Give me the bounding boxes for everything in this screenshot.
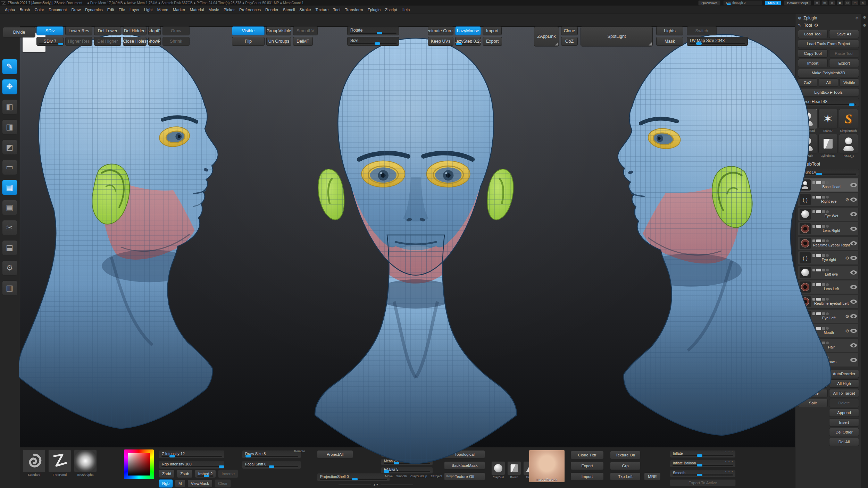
- divide-button[interactable]: Divide: [3, 27, 35, 37]
- projection-slider[interactable]: PA Blur 5: [381, 467, 433, 474]
- paint-mode-button[interactable]: Rgb: [159, 479, 173, 488]
- visibility-eye-icon[interactable]: [850, 300, 857, 304]
- intensity-slider[interactable]: Z Intensity 12: [159, 450, 225, 458]
- model-head-left-profile[interactable]: [17, 27, 225, 433]
- menu-item[interactable]: Help: [402, 8, 410, 12]
- visibility-button[interactable]: Visible: [232, 26, 265, 35]
- menu-item[interactable]: Tool: [333, 8, 340, 12]
- model-head-front[interactable]: [300, 28, 531, 468]
- visibility-button[interactable]: DelMT: [293, 37, 313, 46]
- lights-button[interactable]: Lights: [656, 26, 683, 35]
- subtool-action-button[interactable]: Delete: [829, 399, 859, 407]
- menu-item[interactable]: Layer: [130, 8, 140, 12]
- menu-item[interactable]: Light: [144, 8, 153, 12]
- export-disabled-button[interactable]: Export To Active: [670, 479, 736, 486]
- window-icon[interactable]: ✕: [860, 0, 866, 5]
- texture-button[interactable]: Clone Txtr: [570, 451, 604, 459]
- texture-button[interactable]: Texture On: [610, 451, 641, 459]
- menu-item[interactable]: Draw: [71, 8, 81, 12]
- shelf-divider-handle[interactable]: ▲▼: [339, 483, 413, 486]
- left-tool-icon[interactable]: ✥: [2, 79, 17, 94]
- left-tool-icon[interactable]: ◧: [2, 99, 17, 115]
- menu-item[interactable]: Texture: [316, 8, 329, 12]
- clone-button[interactable]: Clone: [561, 26, 578, 35]
- left-tool-icon[interactable]: ⚙: [2, 260, 17, 276]
- left-tool-icon[interactable]: ◩: [2, 140, 17, 155]
- menu-item[interactable]: Stroke: [299, 8, 311, 12]
- texture-button[interactable]: Txp Left: [610, 472, 641, 481]
- gear-icon[interactable]: ⚙: [845, 314, 849, 319]
- see-through-slider[interactable]: See-through 0: [723, 0, 762, 6]
- visibility-eye-icon[interactable]: [850, 241, 857, 245]
- geometry-button[interactable]: Higher Res: [65, 37, 92, 46]
- left-tool-icon[interactable]: ✂: [2, 220, 17, 235]
- visibility-eye-icon[interactable]: [850, 227, 857, 231]
- geometry-button[interactable]: ShowPt: [148, 37, 161, 46]
- menus-toggle[interactable]: Menus: [765, 0, 781, 6]
- tool-button[interactable]: Save As: [829, 30, 859, 38]
- intensity-slider[interactable]: Rgb Intensity 100: [159, 461, 225, 469]
- left-tool-icon[interactable]: ▦: [2, 180, 17, 195]
- tool-button[interactable]: Export: [829, 59, 859, 67]
- menu-item[interactable]: Edit: [107, 8, 114, 12]
- deformation-slider[interactable]: Smooth• • •: [670, 470, 736, 477]
- shelf-slider[interactable]: Size: [347, 37, 399, 46]
- mask-button[interactable]: Mask: [656, 37, 683, 46]
- menu-item[interactable]: Dynamics: [85, 8, 102, 12]
- subtool-action-button[interactable]: All To Target: [829, 389, 859, 397]
- visibility-eye-icon[interactable]: [850, 212, 857, 216]
- menu-item[interactable]: Macro: [157, 8, 168, 12]
- menu-item[interactable]: Brush: [19, 8, 30, 12]
- stroke-selector[interactable]: FreeHand: [48, 449, 71, 477]
- gear-icon[interactable]: ⚙: [845, 328, 849, 334]
- geometry-button[interactable]: Close Holes: [123, 37, 147, 46]
- texture-button[interactable]: Export: [570, 462, 604, 470]
- zplugin-tab[interactable]: Zplugin: [803, 16, 817, 20]
- menu-item[interactable]: Zplugin: [367, 8, 381, 12]
- default-zscript-button[interactable]: DefaultZScript: [784, 0, 811, 6]
- subtool-action-button[interactable]: Append: [829, 409, 859, 417]
- brush-selector[interactable]: Standard: [23, 449, 45, 477]
- zapplink-button[interactable]: ZAppLink: [534, 26, 559, 47]
- paint-mode-button[interactable]: Clear: [215, 479, 231, 488]
- menu-item[interactable]: Material: [190, 8, 204, 12]
- geometry-button[interactable]: Del Hidden: [123, 26, 147, 35]
- menu-item[interactable]: Marker: [173, 8, 185, 12]
- subtool-action-button[interactable]: Del Other: [829, 428, 859, 436]
- sculpt-mode-button[interactable]: Zadd: [159, 470, 175, 478]
- brush-quick-label[interactable]: Morph: [446, 474, 455, 478]
- visibility-eye-icon[interactable]: [850, 270, 857, 275]
- left-tool-icon[interactable]: ✎: [2, 59, 17, 74]
- tool-thumbnail[interactable]: PM3D_1: [839, 134, 858, 158]
- gear-icon[interactable]: ⚙: [863, 15, 866, 20]
- paint-mode-button[interactable]: ViewMask: [187, 479, 212, 488]
- mre-button[interactable]: MRE: [644, 472, 661, 481]
- brush-quick-label[interactable]: ZProject: [431, 474, 442, 478]
- window-icon[interactable]: ◰: [852, 0, 858, 5]
- window-icon[interactable]: ▤: [814, 0, 820, 5]
- tool-button[interactable]: Paste Tool: [829, 49, 859, 58]
- shelf-slider[interactable]: Rotate: [347, 26, 399, 35]
- window-icon[interactable]: ▭: [829, 0, 835, 5]
- zplugin-expand-icon[interactable]: ⊕: [798, 16, 801, 20]
- left-tool-icon[interactable]: ▥: [2, 280, 17, 296]
- geometry-button[interactable]: Del Lower: [94, 26, 121, 35]
- decimation-button[interactable]: LazyStep 0.25: [455, 37, 481, 46]
- brush-quick-label[interactable]: ClayBuildup: [410, 474, 427, 478]
- quicksave-button[interactable]: QuickSave: [698, 0, 720, 6]
- geometry-button[interactable]: Shrink: [162, 37, 190, 46]
- visibility-eye-icon[interactable]: [850, 197, 857, 202]
- visibility-eye-icon[interactable]: [850, 285, 857, 289]
- menu-item[interactable]: Document: [49, 8, 67, 12]
- deformation-slider[interactable]: Inflate Balloon• • •: [670, 460, 736, 468]
- geometry-button[interactable]: Grow: [162, 26, 190, 35]
- geometry-button[interactable]: Lower Res: [65, 26, 92, 35]
- subtool-action-button[interactable]: All High: [829, 379, 859, 388]
- left-tool-icon[interactable]: ▤: [2, 200, 17, 215]
- visibility-eye-icon[interactable]: [850, 343, 857, 347]
- menu-item[interactable]: Preferences: [239, 8, 261, 12]
- color-picker[interactable]: [124, 449, 154, 479]
- deformation-slider[interactable]: Inflate• • •: [670, 450, 736, 458]
- geometry-button[interactable]: SDiv 7: [36, 37, 64, 46]
- gear-icon[interactable]: ⚙: [845, 255, 849, 261]
